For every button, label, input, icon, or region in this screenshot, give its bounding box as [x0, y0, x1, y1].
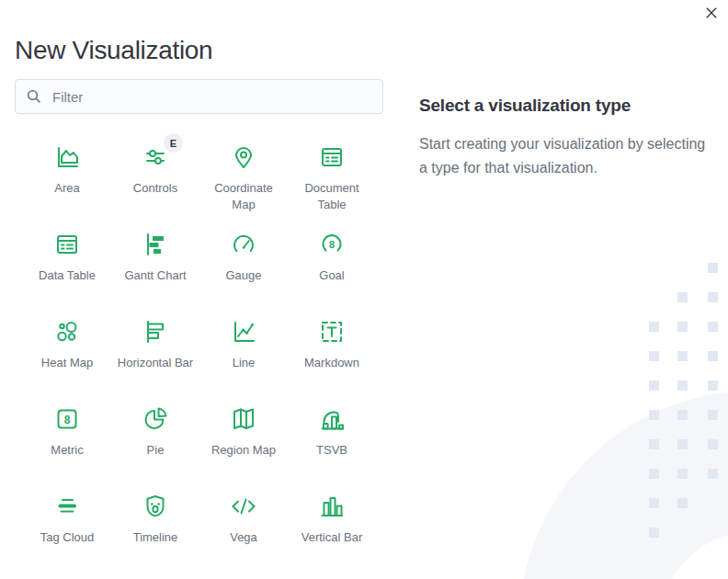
filter-search-box[interactable] [15, 79, 383, 114]
decor-square [708, 380, 718, 391]
vis-type-line[interactable]: Line [199, 314, 288, 402]
vis-type-label: Data Table [39, 267, 96, 284]
decor-square [677, 439, 688, 449]
select-type-description: Start creating your visualization by sel… [419, 132, 713, 180]
page-title: New Visualization [15, 36, 212, 65]
vega-icon [229, 492, 258, 521]
vis-type-coordinate-map[interactable]: Coordinate Map [199, 140, 288, 227]
decor-square [649, 498, 659, 508]
vis-type-timeline[interactable]: Timeline [111, 489, 199, 576]
decor-square [649, 528, 659, 538]
decor-square [708, 351, 718, 361]
vis-type-markdown[interactable]: Markdown [288, 314, 376, 402]
vis-type-region-map[interactable]: Region Map [199, 402, 288, 489]
vis-type-metric[interactable]: 8 Metric [23, 402, 111, 489]
vis-type-label: Goal [319, 267, 344, 284]
vis-type-grid: Area E Controls Coordinate Map Document … [23, 140, 376, 576]
vis-type-label: Vertical Bar [301, 529, 362, 546]
line-icon [229, 317, 258, 346]
search-icon [27, 89, 41, 104]
vis-type-pie[interactable]: Pie [111, 402, 199, 489]
vis-type-label: Area [54, 180, 79, 197]
vis-type-gauge[interactable]: Gauge [199, 227, 288, 314]
data-table-icon [52, 230, 82, 259]
vis-type-tag-cloud[interactable]: Tag Cloud [23, 489, 111, 576]
decor-square [677, 380, 688, 391]
pie-icon [141, 404, 170, 434]
vis-type-label: Heat Map [41, 355, 93, 371]
vis-type-label: Document Table [292, 180, 371, 213]
experimental-badge: E [164, 133, 183, 153]
vis-type-data-table[interactable]: Data Table [23, 227, 111, 314]
vis-type-label: Tag Cloud [40, 529, 95, 546]
decor-square [677, 469, 688, 479]
decor-square [649, 439, 659, 449]
vis-type-label: Metric [51, 442, 83, 459]
vis-type-label: Horizontal Bar [118, 355, 193, 371]
decor-square [677, 351, 688, 361]
area-icon [52, 142, 82, 172]
decor-square [649, 410, 659, 420]
svg-text:8: 8 [329, 239, 335, 250]
vis-type-label: Markdown [304, 355, 359, 371]
vis-type-goal[interactable]: 8 Goal [288, 227, 376, 314]
svg-text:8: 8 [64, 414, 71, 426]
decor-square [649, 469, 659, 479]
vis-type-label: Pie [147, 442, 165, 459]
decor-square [649, 351, 659, 361]
document-table-icon [317, 142, 347, 172]
decor-square [708, 469, 718, 479]
gantt-chart-icon [141, 230, 170, 259]
vis-type-area[interactable]: Area [23, 140, 111, 227]
vis-type-label: Region Map [211, 442, 276, 459]
vis-type-gantt-chart[interactable]: Gantt Chart [111, 227, 199, 314]
vis-type-label: Line [233, 355, 256, 371]
search-input[interactable] [51, 88, 371, 106]
vis-type-document-table[interactable]: Document Table [288, 140, 376, 227]
region-map-icon [229, 404, 258, 434]
vis-type-controls[interactable]: E Controls [111, 140, 199, 227]
heat-map-icon [52, 317, 82, 346]
vis-type-label: Timeline [133, 529, 178, 546]
decor-square [677, 292, 688, 302]
decor-square [677, 410, 688, 420]
decor-square [708, 263, 718, 273]
timeline-icon [141, 492, 170, 521]
vis-type-vertical-bar[interactable]: Vertical Bar [288, 489, 376, 576]
decor-square [708, 410, 718, 420]
tag-cloud-icon [52, 492, 82, 521]
decor-square [708, 292, 718, 302]
metric-icon: 8 [52, 404, 82, 434]
vis-type-label: TSVB [316, 442, 347, 459]
vis-type-heat-map[interactable]: Heat Map [23, 314, 111, 402]
close-icon[interactable] [700, 2, 722, 24]
markdown-icon [317, 317, 347, 346]
vis-type-label: Gauge [225, 267, 261, 284]
decor-square [708, 439, 718, 449]
vis-type-label: Gantt Chart [124, 267, 186, 284]
vis-type-vega[interactable]: Vega [199, 489, 288, 576]
decor-square [649, 380, 659, 391]
decor-square [649, 322, 659, 332]
gauge-icon [229, 230, 258, 259]
vis-type-label: Vega [230, 529, 257, 546]
decor-square [708, 322, 718, 332]
decor-square [677, 498, 688, 508]
decor-square [677, 322, 688, 332]
vis-type-label: Controls [133, 180, 177, 197]
select-type-heading: Select a visualization type [419, 96, 631, 116]
coordinate-map-icon [229, 142, 258, 172]
vis-type-horizontal-bar[interactable]: Horizontal Bar [111, 314, 199, 402]
goal-icon: 8 [317, 230, 347, 259]
tsvb-icon [317, 404, 347, 434]
vis-type-label: Coordinate Map [204, 180, 283, 213]
vis-type-tsvb[interactable]: TSVB [288, 402, 376, 489]
vertical-bar-icon [317, 492, 347, 521]
horizontal-bar-icon [141, 317, 170, 346]
